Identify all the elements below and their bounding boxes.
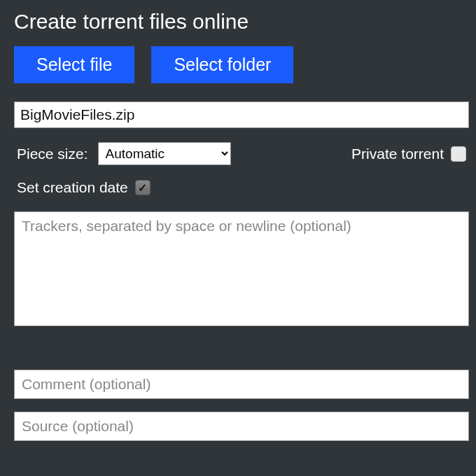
private-torrent-checkbox[interactable]: [451, 146, 466, 162]
creation-date-label: Set creation date: [17, 179, 128, 196]
source-input[interactable]: [14, 412, 469, 441]
options-row: Piece size: Automatic Private torrent: [14, 142, 469, 165]
select-file-button[interactable]: Select file: [14, 46, 134, 83]
private-torrent-label: Private torrent: [351, 146, 444, 162]
creation-date-checkbox[interactable]: [135, 180, 150, 195]
piece-size-label: Piece size:: [17, 146, 88, 162]
trackers-textarea[interactable]: [14, 211, 469, 326]
filename-input[interactable]: [14, 102, 469, 128]
creation-date-group: Set creation date: [14, 179, 469, 196]
button-row: Select file Select folder: [14, 46, 469, 83]
select-folder-button[interactable]: Select folder: [151, 46, 293, 83]
piece-size-group: Piece size: Automatic: [17, 142, 231, 165]
comment-input[interactable]: [14, 370, 469, 399]
page-title: Create torrent files online: [14, 10, 469, 34]
private-torrent-group: Private torrent: [351, 146, 466, 162]
piece-size-select[interactable]: Automatic: [98, 142, 231, 165]
